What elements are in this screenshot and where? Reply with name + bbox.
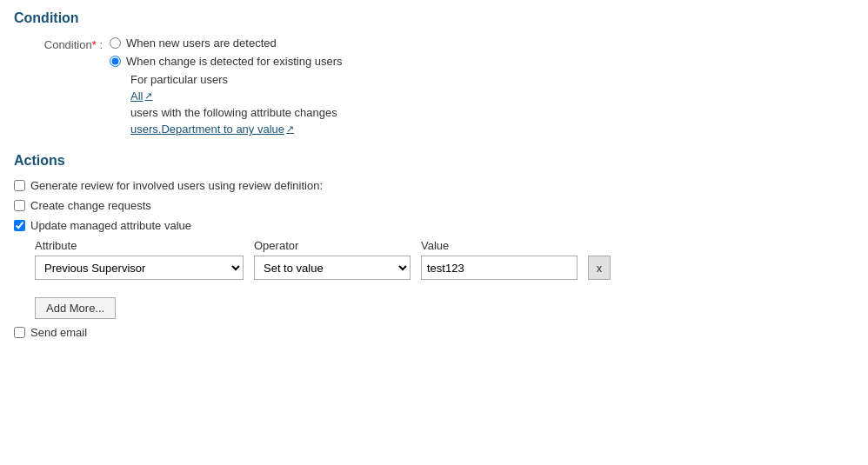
add-more-button[interactable]: Add More... — [35, 297, 116, 319]
option1-radio[interactable] — [110, 37, 121, 49]
attr-data-row: Previous Supervisor Set to value x — [35, 256, 854, 280]
attribute-table: Attribute Operator Value Previous Superv… — [35, 239, 854, 319]
create-change-requests-checkbox[interactable] — [14, 200, 25, 211]
users-with-text: users with the following attribute chang… — [130, 106, 343, 119]
option2-row: When change is detected for existing use… — [110, 55, 343, 68]
generate-review-checkbox[interactable] — [14, 180, 25, 191]
update-managed-attr-checkbox[interactable] — [14, 220, 25, 231]
remove-row-button[interactable]: x — [588, 256, 611, 280]
send-email-row: Send email — [14, 326, 854, 339]
option2-label: When change is detected for existing use… — [126, 55, 343, 68]
action-row-1: Generate review for involved users using… — [14, 179, 854, 192]
send-email-checkbox[interactable] — [14, 327, 25, 338]
operator-select[interactable]: Set to value — [254, 256, 411, 280]
attr-header: Attribute — [35, 239, 244, 252]
val-header: Value — [421, 239, 578, 252]
actions-heading: Actions — [14, 153, 854, 169]
generate-review-label: Generate review for involved users using… — [30, 179, 323, 192]
action-row-3: Update managed attribute value — [14, 219, 854, 232]
option2-radio[interactable] — [110, 56, 121, 67]
attribute-arrow-icon: ↗ — [286, 123, 294, 135]
option1-row: When new users are detected — [110, 37, 343, 50]
action-row-2: Create change requests — [14, 199, 854, 212]
update-managed-attr-label: Update managed attribute value — [30, 219, 191, 232]
condition-heading: Condition — [14, 10, 854, 26]
condition-field-row: Condition* : When new users are detected… — [14, 37, 854, 136]
all-link[interactable]: All ↗ — [130, 90, 152, 103]
option1-label: When new users are detected — [126, 37, 277, 50]
actions-section: Actions Generate review for involved use… — [14, 153, 854, 339]
for-particular-text: For particular users — [130, 73, 343, 86]
all-arrow-icon: ↗ — [144, 90, 152, 102]
x-icon: x — [597, 262, 603, 275]
attr-headers-row: Attribute Operator Value — [35, 239, 854, 252]
send-email-label: Send email — [30, 326, 87, 339]
condition-label: Condition* : — [14, 37, 110, 51]
condition-section: Condition Condition* : When new users ar… — [14, 10, 854, 136]
value-input[interactable] — [421, 256, 578, 280]
attribute-select[interactable]: Previous Supervisor — [35, 256, 244, 280]
condition-radio-group: When new users are detected When change … — [110, 37, 343, 136]
option2-detail: For particular users All ↗ users with th… — [130, 73, 343, 136]
create-change-requests-label: Create change requests — [30, 199, 151, 212]
attribute-link[interactable]: users.Department to any value ↗ — [130, 123, 294, 136]
op-header: Operator — [254, 239, 411, 252]
